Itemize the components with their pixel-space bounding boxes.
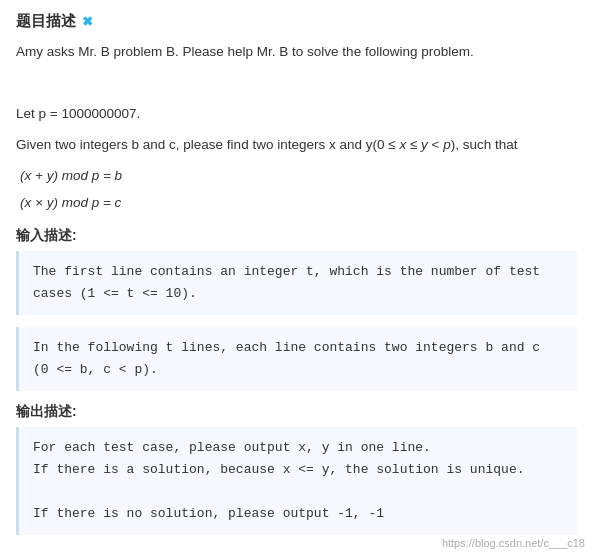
title-text: 题目描述 xyxy=(16,12,76,31)
formula2: (x × y) mod p = c xyxy=(20,192,577,215)
p-def-text: Let p = 1000000007. xyxy=(16,103,577,126)
watermark: https://blog.csdn.net/c___c18 xyxy=(442,537,585,549)
output-code-block: For each test case, please output x, y i… xyxy=(16,427,577,535)
x-icon[interactable]: ✖ xyxy=(82,14,93,29)
input-title: 输入描述: xyxy=(16,227,577,245)
output-title: 输出描述: xyxy=(16,403,577,421)
formula1: (x + y) mod p = b xyxy=(20,165,577,188)
input-code-block2: In the following t lines, each line cont… xyxy=(16,327,577,391)
blank-line xyxy=(16,72,577,95)
problem-desc-text: Given two integers b and c, please find … xyxy=(16,134,577,157)
section-title: 题目描述 ✖ xyxy=(16,12,577,31)
input-code-block1: The first line contains an integer t, wh… xyxy=(16,251,577,315)
intro-text: Amy asks Mr. B problem B. Please help Mr… xyxy=(16,41,577,64)
